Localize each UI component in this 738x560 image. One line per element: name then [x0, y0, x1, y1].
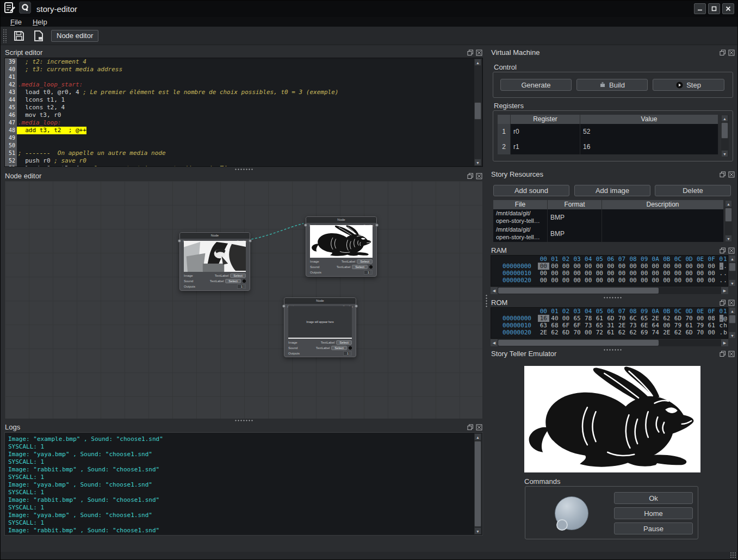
- hex-byte-cell[interactable]: 6D: [605, 315, 617, 322]
- select-sound-button[interactable]: Select: [331, 346, 347, 350]
- script-line[interactable]: 45 lcons t2, 4: [5, 104, 482, 111]
- hex-byte-cell[interactable]: 00: [594, 277, 605, 284]
- hex-byte-cell[interactable]: 61: [706, 322, 717, 329]
- hex-byte-cell[interactable]: 00: [605, 270, 617, 277]
- resource-description[interactable]: [602, 226, 724, 242]
- script-line[interactable]: 40 ; t3: current media address: [5, 66, 482, 73]
- resources-table[interactable]: FileFormatDescription/mnt/data/git/open-…: [493, 200, 724, 242]
- resource-row[interactable]: /mnt/data/git/open-story-tell…BMP: [493, 209, 724, 226]
- log-output[interactable]: Image: "example.bmp" , Sound: "choose1.s…: [4, 432, 483, 536]
- hex-byte-cell[interactable]: 2E: [616, 322, 628, 329]
- media-node-yaya[interactable]: Node Port In Port Out ImageTextLabelSele…: [179, 232, 250, 291]
- register-name[interactable]: r1: [511, 139, 580, 154]
- float-panel-icon[interactable]: [720, 247, 726, 254]
- hex-byte-cell[interactable]: 72: [594, 329, 605, 336]
- script-line[interactable]: 50: [5, 142, 482, 150]
- minimize-button[interactable]: [694, 3, 706, 14]
- hex-byte-cell[interactable]: 00: [672, 277, 684, 284]
- hex-byte-cell[interactable]: 00: [638, 277, 650, 284]
- script-line[interactable]: 42.media_loop_start:: [5, 81, 482, 89]
- resource-file[interactable]: /mnt/data/git/open-story-tell…: [493, 226, 548, 242]
- hex-byte-cell[interactable]: 00: [694, 263, 706, 270]
- hex-byte-cell[interactable]: 00: [628, 277, 639, 284]
- maximize-button[interactable]: [708, 3, 720, 14]
- sound-port-dot[interactable]: [369, 265, 373, 269]
- port-in-dot[interactable]: [304, 223, 307, 227]
- register-name[interactable]: r0: [511, 124, 580, 139]
- hex-byte-cell[interactable]: 00: [684, 277, 695, 284]
- hex-byte-cell[interactable]: 78: [582, 315, 594, 322]
- register-column-header[interactable]: Register: [511, 115, 580, 124]
- hex-byte-cell[interactable]: 6F: [572, 322, 583, 329]
- hex-byte-cell[interactable]: 00: [650, 277, 661, 284]
- hex-ascii-cell[interactable]: ...: [720, 270, 729, 277]
- hex-byte-cell[interactable]: 00: [572, 263, 583, 270]
- hex-byte-cell[interactable]: 00: [582, 263, 594, 270]
- hex-byte-cell[interactable]: 00: [582, 277, 594, 284]
- node-title[interactable]: Node: [306, 217, 376, 223]
- generate-button[interactable]: Generate: [500, 79, 572, 91]
- window-resize-grip[interactable]: [730, 552, 736, 558]
- script-line[interactable]: 48 add t3, t2 ; @++: [5, 127, 482, 134]
- hex-byte-cell[interactable]: 00: [572, 270, 583, 277]
- hex-byte-cell[interactable]: 63: [538, 322, 549, 329]
- menu-help[interactable]: Help: [28, 18, 52, 26]
- hex-byte-cell[interactable]: 6D: [684, 329, 695, 336]
- step-button[interactable]: Step: [653, 79, 724, 91]
- hex-byte-cell[interactable]: 6C: [628, 315, 639, 322]
- hex-byte-cell[interactable]: 00: [549, 263, 561, 270]
- node-title[interactable]: Node: [284, 298, 356, 304]
- hex-byte-cell[interactable]: 00: [628, 263, 639, 270]
- splitter-handle[interactable]: [234, 168, 253, 171]
- ram-hscrollbar[interactable]: ◀ ▶: [491, 287, 728, 294]
- hex-byte-cell[interactable]: 61: [684, 322, 695, 329]
- hex-byte-cell[interactable]: 00: [582, 329, 594, 336]
- sound-port-dot[interactable]: [349, 346, 352, 350]
- close-panel-icon[interactable]: [728, 49, 735, 56]
- hex-byte-cell[interactable]: 79: [694, 322, 706, 329]
- hex-byte-cell[interactable]: 00: [661, 277, 673, 284]
- menu-file[interactable]: File: [6, 18, 26, 26]
- ok-button[interactable]: Ok: [614, 492, 693, 504]
- hex-byte-cell[interactable]: 00: [560, 315, 572, 322]
- close-panel-icon[interactable]: [728, 171, 735, 178]
- hex-byte-cell[interactable]: 00: [605, 263, 617, 270]
- hex-byte-cell[interactable]: 65: [572, 315, 583, 322]
- registers-table[interactable]: RegisterValue1r0522r116: [498, 115, 718, 154]
- hex-byte-cell[interactable]: 6D: [672, 315, 684, 322]
- save-button[interactable]: [12, 29, 26, 43]
- hex-byte-cell[interactable]: 6D: [560, 329, 572, 336]
- script-scrollbar[interactable]: ▲ ▼: [474, 59, 482, 166]
- media-node-empty[interactable]: Node Port In Port Out Image will appear …: [284, 297, 356, 357]
- hex-ascii-cell[interactable]: .@.: [720, 315, 729, 322]
- hex-byte-cell[interactable]: 00: [684, 270, 695, 277]
- hex-byte-cell[interactable]: 00: [706, 329, 717, 336]
- outputs-spinner[interactable]: 1: [343, 351, 352, 356]
- port-out-dot[interactable]: [375, 223, 379, 227]
- hex-byte-cell[interactable]: 00: [706, 270, 717, 277]
- hex-byte-cell[interactable]: 00: [672, 270, 684, 277]
- description-column-header[interactable]: Description: [602, 200, 724, 209]
- hex-byte-cell[interactable]: 62: [628, 329, 639, 336]
- script-line[interactable]: 51; ------- On appelle un autre media no…: [5, 150, 482, 157]
- port-out-dot[interactable]: [355, 304, 358, 308]
- column-splitter-handle[interactable]: [485, 294, 488, 308]
- hex-byte-cell[interactable]: 6E: [638, 322, 650, 329]
- ram-vscrollbar[interactable]: ▲ ▼: [729, 255, 736, 287]
- hex-byte-cell[interactable]: 00: [672, 263, 684, 270]
- close-panel-icon[interactable]: [476, 424, 482, 431]
- hex-byte-cell[interactable]: 69: [638, 329, 650, 336]
- hex-byte-cell[interactable]: 00: [684, 263, 695, 270]
- hex-byte-cell[interactable]: 00: [549, 277, 561, 284]
- hex-byte-cell[interactable]: 00: [706, 263, 717, 270]
- rom-hex-view[interactable]: 000102030405060708090A0B0C0D0E0F01200000…: [491, 307, 728, 339]
- script-line[interactable]: 46 mov t3, r0: [5, 111, 482, 119]
- select-sound-button[interactable]: Select: [352, 265, 368, 269]
- hex-byte-cell[interactable]: 00: [694, 270, 706, 277]
- hex-byte-cell[interactable]: 62: [616, 329, 628, 336]
- register-row[interactable]: 1r052: [498, 124, 718, 139]
- hex-byte-cell[interactable]: 00: [594, 263, 605, 270]
- port-out-dot[interactable]: [249, 239, 252, 242]
- hex-byte-cell[interactable]: 2E: [650, 315, 661, 322]
- hex-byte-cell[interactable]: 00: [572, 277, 583, 284]
